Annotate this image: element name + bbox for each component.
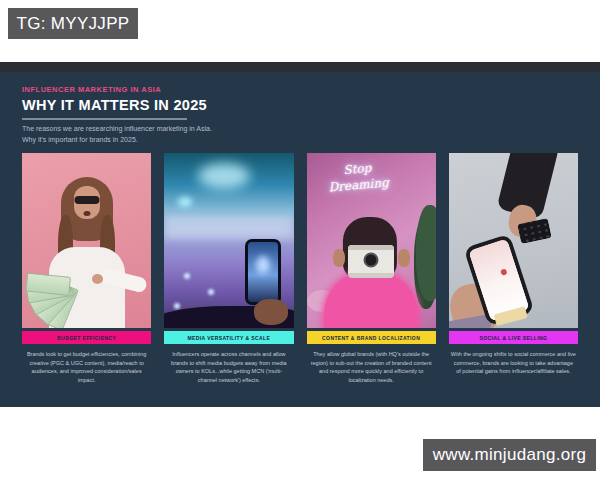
slide-title: WHY IT MATTERS IN 2025 xyxy=(22,97,302,113)
stage-band xyxy=(164,215,293,239)
column-media-versatility: MEDIA VERSATILITY & SCALE Influencers op… xyxy=(164,153,293,384)
page: TG: MYYJJPP INFLUENCER MARKETING IN ASIA… xyxy=(0,0,600,480)
light-spark xyxy=(174,303,180,309)
slide-top-strip xyxy=(0,62,600,72)
category-label: CONTENT & BRAND LOCALIZATION xyxy=(307,331,436,344)
smartphone xyxy=(245,239,281,305)
neon-sign: Stop Dreaming xyxy=(313,157,401,197)
model-mouth xyxy=(83,211,90,216)
light-spark xyxy=(208,289,214,295)
watermark-bottom-text: www.minjudang.org xyxy=(433,445,586,465)
sunglasses-icon xyxy=(74,196,99,204)
holding-hand xyxy=(398,249,410,267)
category-label: MEDIA VERSATILITY & SCALE xyxy=(164,331,293,344)
photo-social-live-selling xyxy=(449,153,578,328)
banknotes-fan xyxy=(26,251,86,311)
category-label-text: CONTENT & BRAND LOCALIZATION xyxy=(322,335,420,341)
camera-lens xyxy=(364,252,379,267)
slide-subtitle: The reasons we are researching influence… xyxy=(22,124,222,145)
columns-row: BUDGET EFFICIENCY Brands look to get bud… xyxy=(22,153,578,384)
category-label-text: SOCIAL & LIVE SELLING xyxy=(479,335,547,341)
column-description: Brands look to get budget efficiencies, … xyxy=(22,350,151,384)
holding-hand xyxy=(254,299,288,325)
column-social-live-selling: SOCIAL & LIVE SELLING With the ongoing s… xyxy=(449,153,578,384)
instant-camera xyxy=(348,245,394,278)
watermark-top-text: TG: MYYJJPP xyxy=(17,14,130,34)
category-label: BUDGET EFFICIENCY xyxy=(22,331,151,344)
camera-top-stripe xyxy=(348,245,394,250)
title-underline xyxy=(22,118,187,120)
column-budget-efficiency: BUDGET EFFICIENCY Brands look to get bud… xyxy=(22,153,151,384)
photo-budget-efficiency xyxy=(22,153,151,328)
category-label-text: MEDIA VERSATILITY & SCALE xyxy=(188,335,271,341)
stage-light-glow xyxy=(178,197,192,207)
photo-media-versatility xyxy=(164,153,293,328)
watermark-badge-bottom: www.minjudang.org xyxy=(423,439,596,471)
column-description: They allow global brands (with HQ's outs… xyxy=(307,350,436,384)
light-spark xyxy=(184,273,190,279)
stage-light-glow xyxy=(198,163,250,189)
category-label-text: BUDGET EFFICIENCY xyxy=(57,335,116,341)
watermark-badge-top: TG: MYYJJPP xyxy=(8,8,138,39)
photo-brand-localization: Stop Dreaming xyxy=(307,153,436,328)
column-description: Influencers operate across channels and … xyxy=(164,350,293,384)
column-brand-localization: Stop Dreaming CONTENT & BRAND LOCALIZATI… xyxy=(307,153,436,384)
column-description: With the ongoing shifts to social commer… xyxy=(449,350,578,376)
category-label: SOCIAL & LIVE SELLING xyxy=(449,331,578,344)
pink-sweater xyxy=(324,272,418,328)
slide-header: INFLUENCER MARKETING IN ASIA WHY IT MATT… xyxy=(22,85,302,145)
smartphone-screen xyxy=(248,242,278,302)
holding-hand xyxy=(333,249,345,267)
screen-red-dot xyxy=(500,268,508,276)
presentation-slide: INFLUENCER MARKETING IN ASIA WHY IT MATT… xyxy=(0,62,600,407)
plant-leaves xyxy=(416,205,436,301)
eyebrow-label: INFLUENCER MARKETING IN ASIA xyxy=(22,85,302,94)
